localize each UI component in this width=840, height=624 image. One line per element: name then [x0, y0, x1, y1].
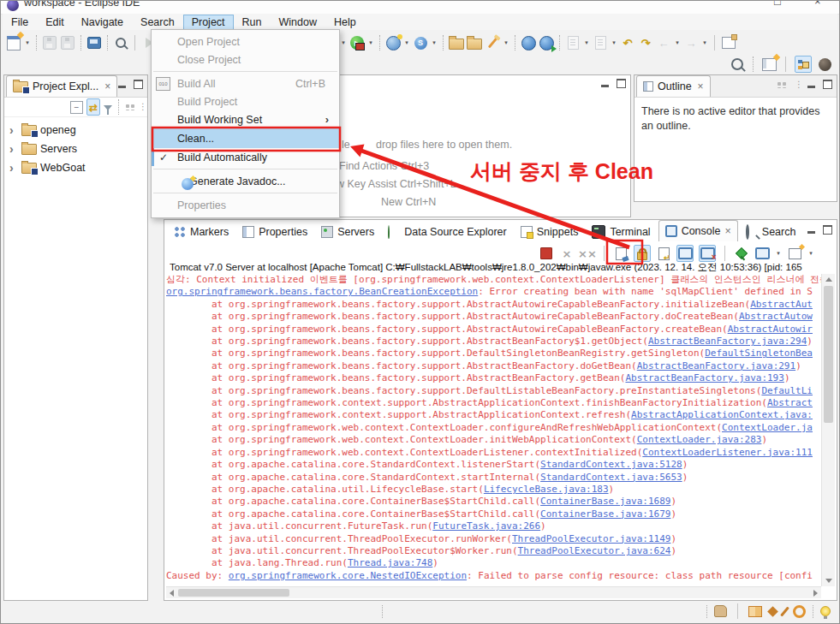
prev-annotation-button[interactable]	[565, 35, 581, 51]
remove-launch-button[interactable]: ×	[559, 246, 575, 261]
stack-trace-link[interactable]: StandardContext.java:5653	[540, 472, 682, 483]
save-button[interactable]	[42, 35, 57, 51]
expand-chevron-icon[interactable]: ›	[9, 123, 18, 137]
scroll-left-icon[interactable]	[170, 590, 174, 597]
pin-console-toggle[interactable]	[734, 246, 749, 261]
remove-all-launches-button[interactable]: ××	[580, 246, 595, 261]
workbench-perspective-button[interactable]	[817, 56, 832, 72]
menu-file[interactable]: File	[3, 15, 37, 30]
minimize-view-button[interactable]	[807, 231, 815, 234]
tab-data-source-explorer[interactable]: Data Source Explorer	[382, 223, 513, 241]
sonar-caret[interactable]: ▾	[431, 39, 438, 46]
stack-trace-link[interactable]: ThreadPoolExecutor.java:624	[518, 545, 671, 556]
stack-trace-link[interactable]: Abstract	[767, 397, 813, 408]
next-annotation-button[interactable]	[593, 35, 608, 51]
tab-snippets[interactable]: Snippets	[515, 223, 585, 241]
inspect-button[interactable]	[113, 35, 128, 51]
menu-run[interactable]: Run	[234, 15, 271, 30]
scroll-lock-toggle[interactable]	[634, 245, 651, 262]
forward-history-button[interactable]: →	[683, 35, 699, 51]
menu-item-open-project[interactable]: Open Project	[152, 33, 339, 51]
edit-pencil-icon[interactable]	[780, 606, 789, 616]
annotate-button[interactable]	[485, 35, 500, 51]
menu-item-build-all[interactable]: 010 Build All Ctrl+B	[152, 74, 339, 92]
scroll-right-icon[interactable]	[813, 590, 818, 597]
filter-icon[interactable]	[104, 105, 112, 110]
expand-chevron-icon[interactable]: ›	[9, 161, 18, 175]
tips-lightbulb-icon[interactable]	[820, 606, 831, 616]
tree-item-webgoat[interactable]: › WebGoat	[4, 158, 147, 177]
stack-trace-link[interactable]: ContextLoader.java:283	[637, 434, 762, 445]
menu-item-close-project[interactable]: Close Project	[152, 51, 339, 68]
clear-console-button[interactable]	[613, 246, 629, 261]
project-explorer-tab[interactable]: Project Expl... ×	[6, 75, 117, 97]
sync-browser-button[interactable]	[539, 35, 554, 51]
stack-trace-link[interactable]: AbstractAutowir	[728, 324, 813, 335]
display-console-caret[interactable]: ▾	[775, 250, 782, 257]
stack-trace-link[interactable]: ContextLoader.ja	[722, 422, 813, 433]
collapse-all-button[interactable]	[70, 101, 83, 114]
stack-trace-link[interactable]: AbstractBeanFactory.java:193	[625, 372, 783, 383]
menu-help[interactable]: Help	[325, 15, 365, 30]
scrollbar-thumb[interactable]	[824, 286, 833, 423]
view-menu-icon[interactable]	[125, 104, 135, 110]
open-console-button[interactable]	[787, 246, 802, 261]
back-history-button[interactable]: ←	[656, 35, 671, 51]
stack-trace-link[interactable]: AbstractBeanFactory.java:291	[637, 360, 795, 371]
progress-ring-icon[interactable]	[793, 605, 806, 618]
next-annotation-caret[interactable]: ▾	[611, 39, 617, 46]
stack-trace-link[interactable]: ContainerBase.java:1679	[540, 508, 670, 520]
show-stderr-toggle[interactable]	[699, 245, 716, 262]
more-menu-icon[interactable]: ⋮	[139, 105, 144, 109]
console-vertical-scrollbar[interactable]	[821, 274, 835, 586]
annotate-caret[interactable]: ▾	[503, 39, 509, 46]
forward-history-caret[interactable]: ▾	[701, 39, 708, 46]
maximize-view-button[interactable]	[823, 80, 832, 89]
tip-hand-icon[interactable]	[714, 605, 727, 617]
stack-trace-link[interactable]: Thread.java:748	[348, 557, 432, 568]
stack-trace-link[interactable]: org.springframework.core.NestedIOExcepti…	[229, 570, 467, 581]
menu-item-generate-javadoc[interactable]: Generate Javadoc...	[152, 172, 339, 190]
close-icon[interactable]: ×	[725, 225, 731, 237]
menu-window[interactable]: Window	[271, 15, 325, 30]
console-horizontal-scrollbar[interactable]	[166, 586, 821, 598]
profile-button[interactable]: ▶	[349, 35, 365, 51]
tab-markers[interactable]: Markers	[168, 223, 235, 241]
minimize-view-button[interactable]	[118, 86, 126, 88]
menu-item-build-working-set[interactable]: Build Working Set ›	[152, 110, 339, 128]
open-type-button[interactable]	[449, 35, 464, 51]
menu-item-clean[interactable]: Clean...	[152, 128, 339, 148]
link-with-editor-toggle[interactable]: ⇄	[86, 98, 100, 116]
scroll-down-icon[interactable]	[825, 579, 832, 583]
stack-trace-link[interactable]: AbstractAutow	[739, 311, 813, 322]
last-edit-location-button[interactable]	[721, 35, 736, 51]
more-menu-icon[interactable]: ⋮	[795, 83, 800, 86]
tab-console[interactable]: Console×	[658, 220, 738, 241]
stack-trace-link[interactable]: AbstractAut	[750, 299, 813, 310]
minimize-view-button[interactable]	[601, 85, 609, 87]
undo-nav-icon[interactable]: ↶	[620, 35, 635, 51]
terminate-button[interactable]	[539, 246, 554, 261]
back-history-caret[interactable]: ▾	[674, 39, 681, 46]
web-browser-button[interactable]	[521, 35, 536, 51]
view-menu-icon[interactable]	[777, 81, 787, 88]
redo-nav-icon[interactable]: ↷	[638, 35, 653, 51]
close-icon[interactable]: ×	[104, 80, 110, 92]
scheduler-button[interactable]	[385, 35, 401, 51]
javaee-perspective-button[interactable]	[795, 56, 812, 73]
stack-trace-link[interactable]: AbstractApplicationContext.java:	[631, 409, 813, 420]
console-output[interactable]: 심각: Context initialized 이벤트를 [org.spring…	[166, 274, 821, 586]
maximize-window-button[interactable]: □	[774, 1, 781, 8]
menu-edit[interactable]: Edit	[37, 15, 73, 30]
menu-item-build-automatically[interactable]: ✓ Build Automatically	[152, 148, 339, 166]
maximize-view-button[interactable]	[134, 80, 143, 89]
stack-trace-link[interactable]: org.springframework.beans.factory.BeanCr…	[166, 286, 478, 297]
tab-properties[interactable]: Properties	[236, 223, 313, 241]
search-icon[interactable]	[730, 56, 745, 72]
stack-trace-link[interactable]: LifecycleBase.java:183	[484, 484, 609, 495]
stack-trace-link[interactable]: StandardContext.java:5128	[540, 459, 682, 470]
coverage-caret[interactable]: ▾	[340, 39, 347, 46]
close-window-button[interactable]: ×	[814, 1, 821, 8]
prev-annotation-caret[interactable]: ▾	[583, 39, 590, 46]
open-resource-button[interactable]	[467, 35, 482, 51]
